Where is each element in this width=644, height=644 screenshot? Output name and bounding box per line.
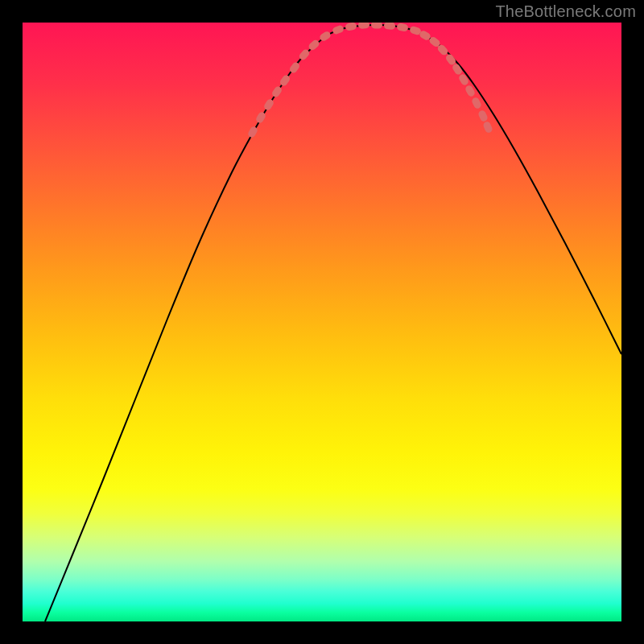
watermark-text: TheBottleneck.com	[495, 2, 636, 21]
highlight-marker	[384, 23, 396, 30]
highlight-marker	[262, 98, 275, 112]
bottleneck-curve	[45, 25, 621, 621]
highlight-marker	[247, 126, 259, 139]
highlight-marker	[279, 74, 291, 88]
plot-area	[23, 23, 621, 621]
highlight-marker	[477, 109, 489, 122]
highlight-marker	[332, 24, 345, 35]
chart-frame: TheBottleneck.com	[0, 0, 644, 644]
highlight-marker	[345, 23, 357, 31]
curve-layer	[23, 23, 621, 621]
highlight-markers	[247, 23, 493, 138]
highlight-marker	[358, 23, 370, 29]
highlight-marker	[471, 97, 482, 110]
highlight-marker	[396, 23, 408, 31]
highlight-marker	[371, 23, 382, 29]
highlight-marker	[482, 121, 493, 134]
